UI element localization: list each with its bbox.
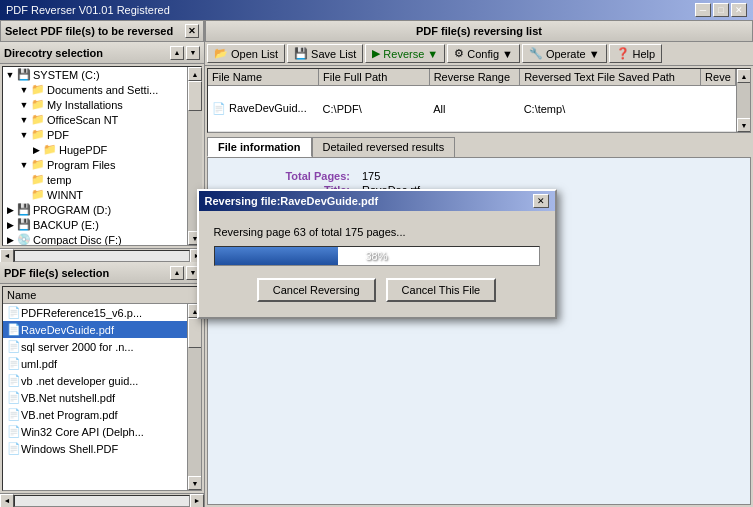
cancel-reversing-button[interactable]: Cancel Reversing: [257, 278, 376, 302]
modal-title: Reversing file:RaveDevGuide.pdf: [205, 195, 379, 207]
cancel-file-button[interactable]: Cancel This File: [386, 278, 497, 302]
progress-modal: Reversing file:RaveDevGuide.pdf ✕ Revers…: [197, 189, 557, 319]
progress-label: 38%: [215, 247, 539, 265]
progress-bar-wrapper: 38%: [214, 246, 540, 266]
modal-title-bar: Reversing file:RaveDevGuide.pdf ✕: [199, 191, 555, 211]
modal-overlay: Reversing file:RaveDevGuide.pdf ✕ Revers…: [0, 0, 753, 507]
modal-close-button[interactable]: ✕: [533, 194, 549, 208]
modal-status-text: Reversing page 63 of total 175 pages...: [214, 226, 540, 238]
modal-body: Reversing page 63 of total 175 pages... …: [199, 211, 555, 317]
modal-buttons: Cancel Reversing Cancel This File: [214, 278, 540, 302]
